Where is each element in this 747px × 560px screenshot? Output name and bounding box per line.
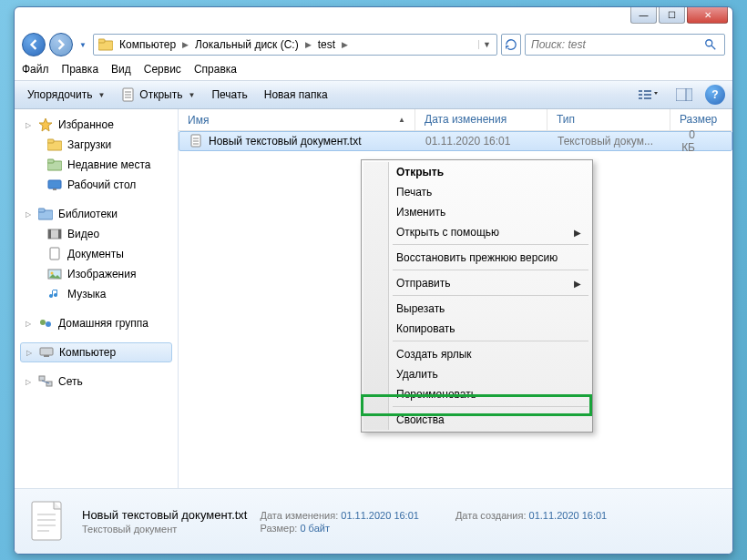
file-type-cell: Текстовый докум... — [548, 135, 671, 148]
forward-button[interactable] — [49, 33, 73, 56]
sidebar-network[interactable]: ▷Сеть — [20, 372, 178, 392]
menubar: Файл Правка Вид Сервис Справка — [15, 60, 732, 78]
text-file-icon — [189, 134, 203, 148]
menu-help[interactable]: Справка — [194, 63, 237, 76]
sidebar-favorites[interactable]: ▷ Избранное — [20, 115, 178, 135]
ctx-print[interactable]: Печать — [363, 182, 590, 202]
address-dropdown[interactable]: ▼ — [478, 40, 495, 49]
svg-rect-35 — [39, 376, 45, 381]
refresh-button[interactable] — [501, 34, 521, 56]
sidebar-libraries[interactable]: ▷Библиотеки — [20, 204, 178, 224]
submenu-arrow-icon: ▶ — [574, 228, 581, 238]
ctx-rename[interactable]: Переименовать — [363, 384, 590, 404]
chevron-down-icon: ▼ — [97, 91, 105, 99]
menu-file[interactable]: Файл — [22, 63, 49, 76]
ctx-properties[interactable]: Свойства — [363, 410, 590, 430]
ctx-cut[interactable]: Вырезать — [363, 299, 590, 319]
help-button[interactable]: ? — [705, 85, 725, 105]
svg-rect-11 — [644, 90, 651, 92]
sidebar-homegroup[interactable]: ▷Домашняя группа — [20, 313, 178, 333]
search-input[interactable] — [526, 38, 704, 51]
ctx-open-with-label: Открыть с помощью — [396, 226, 499, 239]
column-name[interactable]: Имя▲ — [179, 109, 415, 130]
search-box[interactable] — [525, 34, 725, 56]
sidebar-item-label: Недавние места — [67, 158, 150, 171]
sidebar-music[interactable]: Музыка — [20, 284, 178, 304]
minimize-button[interactable]: — — [630, 7, 657, 24]
file-size-cell: 0 КБ — [671, 128, 732, 154]
submenu-arrow-icon: ▶ — [574, 279, 581, 289]
column-date[interactable]: Дата изменения — [415, 109, 547, 130]
libraries-icon — [38, 207, 53, 221]
context-menu: Открыть Печать Изменить Открыть с помощь… — [361, 159, 593, 433]
column-type[interactable]: Тип — [547, 109, 670, 130]
desktop-icon — [47, 178, 62, 192]
nav-history-dropdown[interactable]: ▼ — [77, 34, 89, 56]
file-row[interactable]: Новый текстовый документ.txt 01.11.2020 … — [179, 131, 732, 151]
ctx-copy[interactable]: Копировать — [363, 319, 590, 339]
column-headers: Имя▲ Дата изменения Тип Размер — [179, 109, 732, 131]
network-icon — [38, 374, 53, 389]
ctx-open[interactable]: Открыть — [363, 162, 590, 182]
breadcrumb-2[interactable]: test — [314, 35, 339, 55]
homegroup-icon — [38, 316, 53, 331]
view-options-button[interactable] — [632, 85, 663, 105]
address-bar[interactable]: Компьютер▶ Локальный диск (C:)▶ test▶ ▼ — [93, 34, 497, 56]
details-modified-label: Дата изменения: — [260, 510, 338, 521]
sidebar-downloads[interactable]: Загрузки — [20, 135, 178, 155]
organize-button[interactable]: Упорядочить▼ — [22, 84, 110, 106]
svg-rect-20 — [47, 159, 54, 163]
sidebar-desktop[interactable]: Рабочий стол — [20, 175, 178, 195]
sort-asc-icon: ▲ — [398, 116, 405, 124]
print-button[interactable]: Печать — [206, 84, 252, 106]
ctx-restore[interactable]: Восстановить прежнюю версию — [363, 248, 590, 268]
svg-rect-26 — [48, 229, 51, 239]
menu-edit[interactable]: Правка — [62, 63, 99, 76]
menu-tools[interactable]: Сервис — [144, 63, 181, 76]
ctx-edit[interactable]: Изменить — [363, 202, 590, 222]
ctx-send-to[interactable]: Отправить▶ — [363, 273, 590, 293]
preview-pane-button[interactable] — [669, 85, 700, 105]
details-title: Новый текстовый документ.txt — [82, 508, 247, 522]
svg-rect-10 — [639, 97, 642, 99]
svg-rect-21 — [48, 180, 61, 188]
breadcrumb-1[interactable]: Локальный диск (C:) — [191, 35, 302, 55]
sidebar-pictures[interactable]: Изображения — [20, 264, 178, 284]
music-icon — [47, 287, 62, 301]
svg-rect-33 — [40, 348, 53, 355]
sidebar-item-label: Сеть — [58, 375, 83, 388]
column-size[interactable]: Размер — [670, 109, 732, 130]
close-button[interactable]: ✕ — [687, 7, 728, 24]
menu-view[interactable]: Вид — [111, 63, 131, 76]
sidebar-videos[interactable]: Видео — [20, 224, 178, 244]
open-button[interactable]: Открыть▼ — [116, 84, 200, 106]
svg-line-3 — [711, 46, 715, 49]
ctx-open-with[interactable]: Открыть с помощью▶ — [363, 222, 590, 242]
computer-icon — [39, 345, 54, 360]
back-button[interactable] — [22, 33, 46, 56]
collapse-icon: ▷ — [24, 121, 33, 129]
sidebar-item-label: Домашняя группа — [58, 317, 148, 330]
new-folder-button[interactable]: Новая папка — [259, 84, 333, 106]
sidebar-favorites-label: Избранное — [58, 118, 114, 131]
details-size-label: Размер: — [260, 523, 297, 534]
sidebar: ▷ Избранное Загрузки Недавние места Рабо… — [15, 109, 179, 488]
svg-rect-9 — [639, 94, 642, 96]
ctx-send-to-label: Отправить — [396, 277, 451, 290]
breadcrumb-0[interactable]: Компьютер — [116, 35, 179, 55]
open-label: Открыть — [139, 88, 182, 101]
sidebar-recent[interactable]: Недавние места — [20, 155, 178, 175]
ctx-delete[interactable]: Удалить — [363, 364, 590, 384]
organize-label: Упорядочить — [27, 88, 92, 101]
sidebar-computer[interactable]: ▷Компьютер — [20, 342, 172, 362]
collapse-icon: ▷ — [25, 349, 34, 357]
sidebar-item-label: Музыка — [67, 288, 106, 300]
search-icon[interactable] — [704, 38, 724, 51]
svg-rect-13 — [644, 97, 651, 99]
file-name-cell: Новый текстовый документ.txt — [179, 134, 416, 148]
nav-row: ▼ Компьютер▶ Локальный диск (C:)▶ test▶ … — [15, 29, 732, 60]
maximize-button[interactable]: ☐ — [659, 7, 685, 24]
document-icon — [47, 247, 62, 261]
sidebar-documents[interactable]: Документы — [20, 244, 178, 264]
ctx-shortcut[interactable]: Создать ярлык — [363, 344, 590, 364]
